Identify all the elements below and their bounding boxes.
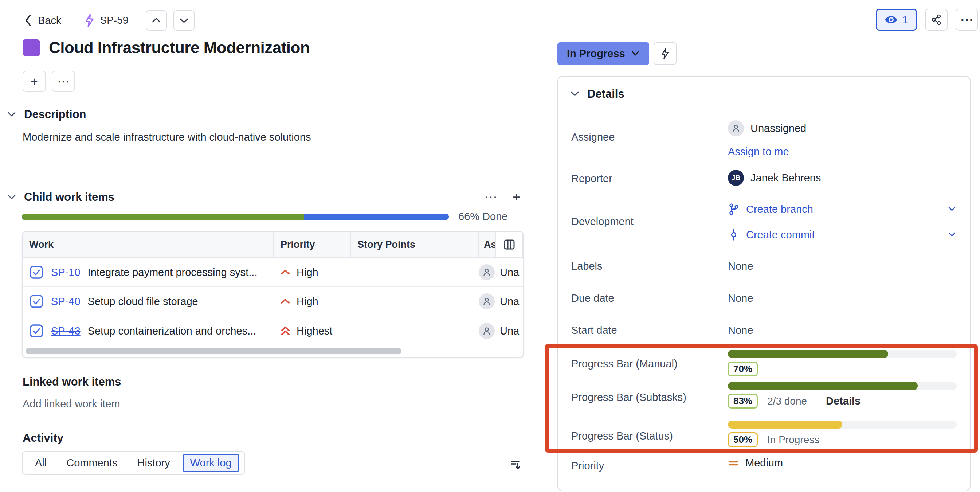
issue-summary[interactable]: Setup cloud file storage	[88, 296, 198, 307]
tab-comments[interactable]: Comments	[59, 454, 125, 472]
issue-nav	[146, 10, 194, 30]
previous-issue-button[interactable]	[146, 10, 167, 30]
child-more-button[interactable]: ⋯	[480, 189, 501, 205]
priority-highest-icon	[280, 326, 291, 336]
watch-count: 1	[902, 13, 908, 26]
chevron-down-icon	[7, 111, 16, 117]
horizontal-scrollbar[interactable]	[22, 346, 523, 357]
assign-to-me-link[interactable]: Assign to me	[728, 146, 957, 158]
labels-label: Labels	[571, 260, 724, 272]
next-issue-button[interactable]	[173, 10, 194, 30]
status-dropdown[interactable]: In Progress	[557, 42, 649, 65]
tab-all[interactable]: All	[28, 454, 54, 472]
assignee-name: Una	[500, 296, 519, 307]
description-section-header[interactable]: Description	[7, 108, 86, 121]
details-panel: Details Assignee Unassigned Assign to me…	[557, 76, 970, 491]
assignee-cell[interactable]: Una	[479, 323, 523, 339]
automation-button[interactable]	[654, 42, 677, 65]
more-actions-button[interactable]: ⋯	[956, 9, 978, 30]
create-branch-link[interactable]: Create branch	[746, 203, 813, 215]
due-date-value[interactable]: None	[728, 292, 957, 304]
child-progress-bar	[22, 213, 449, 220]
percent-badge: 70%	[728, 361, 758, 376]
share-button[interactable]	[925, 9, 948, 30]
column-header-priority[interactable]: Priority	[274, 232, 351, 257]
add-linked-work-item[interactable]: Add linked work item	[22, 398, 120, 410]
sort-icon	[509, 458, 522, 471]
priority-label: High	[297, 266, 318, 279]
issue-link[interactable]: SP-10	[51, 266, 81, 279]
share-icon	[931, 14, 942, 25]
child-work-items-table: Work Priority Story Points As SP-10 Inte…	[22, 231, 524, 358]
assignee-value[interactable]: Unassigned Assign to me	[728, 120, 957, 158]
scrollbar-thumb[interactable]	[25, 348, 401, 354]
assignee-name: Una	[500, 266, 519, 279]
create-branch-row[interactable]: Create branch	[728, 203, 957, 216]
tab-history[interactable]: History	[130, 454, 177, 472]
issue-summary[interactable]: Integrate payment processing syst...	[88, 266, 258, 279]
chevron-down-icon[interactable]	[7, 194, 16, 200]
subtasks-details-link[interactable]: Details	[826, 395, 861, 407]
progress-bar-track	[728, 420, 957, 428]
sort-order-button[interactable]	[507, 456, 523, 472]
description-heading: Description	[24, 108, 86, 121]
child-work-items-header: Child work items ⋯ +	[7, 189, 524, 205]
child-progress-row: 66% Done	[22, 211, 525, 223]
details-header[interactable]: Details	[571, 88, 624, 100]
watch-button[interactable]: 1	[876, 9, 917, 30]
bolt-icon	[84, 13, 95, 27]
start-date-value[interactable]: None	[728, 324, 957, 336]
child-add-button[interactable]: +	[509, 189, 524, 205]
issue-key: SP-59	[100, 14, 128, 26]
table-row[interactable]: SP-43 Setup containerization and orches.…	[22, 316, 523, 346]
table-row[interactable]: SP-10 Integrate payment processing syst.…	[22, 258, 523, 287]
reporter-value[interactable]: JB Janek Behrens	[728, 170, 957, 186]
plus-icon: +	[30, 74, 38, 89]
column-header-assignee[interactable]: As	[479, 232, 495, 257]
progress-bar-fill	[728, 382, 918, 390]
assignee-name: Una	[500, 325, 519, 337]
priority-medium-icon	[728, 459, 739, 468]
priority-value[interactable]: Medium	[728, 457, 957, 469]
assignee-cell[interactable]: Una	[479, 293, 523, 309]
assignee-label: Assignee	[571, 131, 724, 143]
task-checkbox-icon	[29, 324, 44, 338]
column-header-story-points[interactable]: Story Points	[351, 232, 479, 257]
progress-bar-track	[728, 382, 957, 390]
reporter-name: Janek Behrens	[751, 172, 821, 184]
child-work-items-heading: Child work items	[24, 191, 115, 204]
toolbar-top-right: 1 ⋯	[876, 9, 978, 30]
tab-work-log[interactable]: Work log	[183, 454, 239, 472]
add-button[interactable]: +	[22, 71, 46, 92]
create-commit-link[interactable]: Create commit	[746, 229, 815, 241]
column-header-work[interactable]: Work	[22, 232, 274, 257]
start-date-label: Start date	[571, 324, 724, 336]
progress-bar-track	[728, 350, 957, 358]
commit-icon	[728, 228, 740, 241]
avatar	[479, 293, 495, 309]
progress-inprogress-segment	[304, 213, 449, 220]
issue-summary[interactable]: Setup containerization and orches...	[88, 325, 256, 337]
table-row[interactable]: SP-40 Setup cloud file storage High Una	[22, 287, 523, 316]
issue-link[interactable]: SP-43	[51, 325, 81, 337]
issue-key-group[interactable]: SP-59	[84, 13, 128, 27]
chevron-up-icon	[151, 17, 161, 24]
eye-icon	[884, 14, 898, 25]
task-checkbox-icon	[29, 265, 44, 280]
create-commit-row[interactable]: Create commit	[728, 228, 957, 241]
assignee-cell[interactable]: Una	[479, 264, 523, 280]
avatar: JB	[728, 170, 744, 186]
page-title[interactable]: Cloud Infrastructure Modernization	[49, 39, 310, 57]
progress-bar-fill	[728, 350, 888, 358]
reporter-label: Reporter	[571, 173, 724, 185]
issue-link[interactable]: SP-40	[51, 296, 81, 307]
column-settings-button[interactable]	[495, 232, 523, 257]
chevron-down-icon[interactable]	[947, 206, 957, 212]
priority-value-text: Medium	[745, 457, 783, 469]
chevron-down-icon[interactable]	[947, 232, 957, 237]
avatar	[479, 323, 495, 339]
more-button[interactable]: ⋯	[52, 71, 75, 92]
back-button[interactable]: Back	[21, 12, 65, 29]
description-body[interactable]: Modernize and scale infrastructure with …	[22, 131, 311, 143]
labels-value[interactable]: None	[728, 260, 957, 272]
